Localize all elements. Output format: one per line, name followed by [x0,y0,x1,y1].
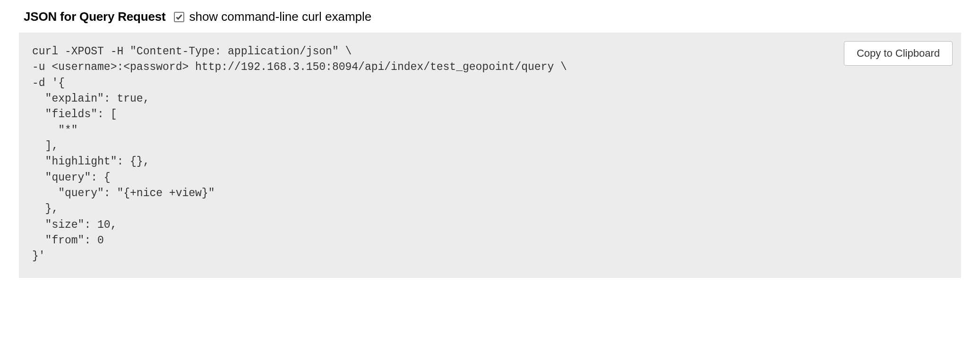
section-header: JSON for Query Request show command-line… [24,9,961,24]
section-title: JSON for Query Request [24,9,165,24]
code-content: curl -XPOST -H "Content-Type: applicatio… [32,44,948,265]
code-block: Copy to Clipboard curl -XPOST -H "Conten… [19,33,961,278]
checkbox-box [174,12,184,22]
checkmark-icon [175,13,183,21]
checkbox-label: show command-line curl example [189,9,371,24]
show-curl-checkbox[interactable]: show command-line curl example [174,9,371,24]
copy-to-clipboard-button[interactable]: Copy to Clipboard [844,41,953,66]
